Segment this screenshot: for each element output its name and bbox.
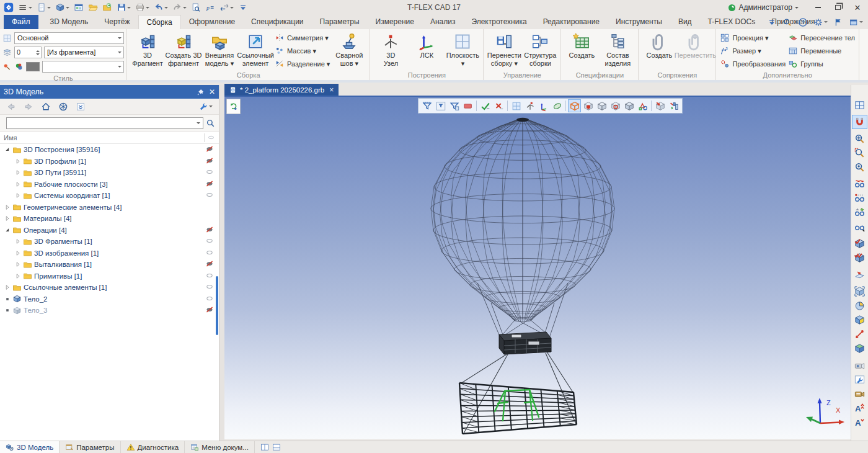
section-view-button[interactable] bbox=[852, 298, 867, 313]
restore-button[interactable] bbox=[828, 1, 847, 14]
measure-red-button[interactable] bbox=[852, 327, 867, 341]
tab-электротехника[interactable]: Электротехника bbox=[463, 15, 534, 29]
filter-button[interactable] bbox=[420, 99, 433, 112]
sel-edges-button[interactable] bbox=[568, 99, 581, 112]
close-button[interactable]: ✕ bbox=[848, 1, 867, 14]
tree-item-материалы-4-[interactable]: Материалы [4] bbox=[0, 213, 219, 225]
sel-node-button[interactable] bbox=[523, 99, 536, 112]
move-plane-button[interactable] bbox=[852, 267, 867, 282]
bottom-tab-3d-модель[interactable]: 3D Модель bbox=[0, 441, 60, 453]
flag-button[interactable] bbox=[832, 16, 844, 29]
document-tab[interactable]: * 2_platform 20250226.grb × bbox=[224, 84, 339, 96]
style-select[interactable]: Основной bbox=[14, 32, 124, 44]
search-button[interactable] bbox=[781, 16, 794, 29]
home-button[interactable] bbox=[40, 100, 52, 114]
ribbon-button-состав-изделия[interactable]: Составизделия bbox=[600, 31, 636, 68]
eye-visible-icon[interactable] bbox=[205, 248, 214, 257]
expander-open-icon[interactable] bbox=[4, 226, 11, 234]
material-select[interactable] bbox=[42, 61, 124, 73]
zoom-all-button[interactable] bbox=[852, 160, 867, 174]
glasses-mark-button[interactable] bbox=[852, 205, 867, 220]
ribbon-button-плоскость-[interactable]: Плоскость▾ bbox=[445, 31, 480, 68]
minimize-button[interactable] bbox=[808, 1, 827, 14]
forward-button[interactable] bbox=[22, 100, 35, 114]
help-button[interactable]: ? bbox=[797, 16, 809, 29]
scene-options-button[interactable] bbox=[226, 99, 241, 114]
expander-closed-icon[interactable] bbox=[14, 158, 22, 165]
ribbon-button-создать[interactable]: Создать bbox=[564, 31, 600, 68]
back-button[interactable] bbox=[5, 100, 17, 114]
tab-вид[interactable]: Вид bbox=[670, 15, 700, 29]
tab-чертёж[interactable]: Чертёж bbox=[96, 15, 138, 29]
level-stepper[interactable]: 0 bbox=[14, 47, 42, 58]
bottom-tab-диагностика[interactable]: Диагностика bbox=[121, 441, 185, 453]
ribbon-button-пересечение-тел[interactable]: Пересечение тел bbox=[788, 32, 855, 43]
close-panel-icon[interactable]: ✕ bbox=[209, 87, 215, 96]
user-menu[interactable]: Администратор bbox=[728, 3, 799, 12]
scrollbar-thumb[interactable] bbox=[216, 276, 218, 335]
eye-hidden-icon[interactable] bbox=[205, 259, 214, 268]
expander-closed-icon[interactable] bbox=[4, 215, 11, 222]
sel-faces-button[interactable] bbox=[582, 99, 595, 112]
ribbon-button-преобразования[interactable]: Преобразования bbox=[720, 58, 786, 70]
eye-visible-icon[interactable] bbox=[205, 191, 214, 199]
font-increase-button[interactable]: A bbox=[852, 401, 867, 415]
sel-fragment-button[interactable] bbox=[653, 99, 666, 112]
eye-visible-icon[interactable] bbox=[205, 294, 214, 303]
deselect-all-button[interactable] bbox=[492, 99, 505, 112]
expander-closed-icon[interactable] bbox=[14, 192, 22, 199]
tree-item-примитивы-1-[interactable]: Примитивы [1] bbox=[0, 271, 219, 282]
eye-visible-icon[interactable] bbox=[205, 168, 214, 176]
check-bodies-button[interactable] bbox=[852, 251, 867, 265]
tree-item-3d-фрагменты-1-[interactable]: 3D Фрагменты [1] bbox=[0, 236, 219, 248]
pin-icon[interactable] bbox=[197, 88, 205, 96]
expander-closed-icon[interactable] bbox=[14, 238, 22, 245]
tab-редактирование[interactable]: Редактирование bbox=[535, 15, 608, 29]
tab-измерение[interactable]: Измерение bbox=[368, 15, 422, 29]
minimize-ribbon-button[interactable] bbox=[766, 16, 778, 29]
render-settings-button[interactable] bbox=[852, 372, 867, 387]
tree-item-ссылочные-элементы-1-[interactable]: Ссылочные элементы [1] bbox=[0, 282, 219, 294]
tree-item-выталкивания-1-[interactable]: Выталкивания [1] bbox=[0, 259, 219, 271]
tree-item-рабочие-плоскости-3-[interactable]: Рабочие плоскости [3] bbox=[0, 179, 219, 191]
tree-item-тело-3[interactable]: Тело_3 bbox=[0, 305, 219, 316]
glasses-node-button[interactable] bbox=[852, 191, 867, 205]
source-select[interactable]: [Из фрагмента] bbox=[44, 47, 124, 58]
search-input[interactable] bbox=[6, 117, 203, 129]
tree-item-тело-2[interactable]: Тело_2 bbox=[0, 294, 219, 305]
tree-item-3d-пути-35911-[interactable]: 3D Пути [35911] bbox=[0, 167, 219, 179]
font-decrease-button[interactable]: A bbox=[852, 415, 867, 429]
expander-closed-icon[interactable] bbox=[14, 249, 22, 257]
sel-solids-button[interactable] bbox=[622, 99, 636, 112]
select-all-button[interactable] bbox=[479, 99, 492, 112]
tree-item-геометрические-элементы-4-[interactable]: Геометрические элементы [4] bbox=[0, 202, 219, 213]
expander-closed-icon[interactable] bbox=[14, 272, 22, 280]
bottom-tab-параметры[interactable]: Параметры bbox=[60, 441, 120, 453]
color-swatch[interactable] bbox=[26, 62, 40, 71]
close-document-icon[interactable]: × bbox=[329, 86, 334, 94]
eye-visible-icon[interactable] bbox=[205, 271, 214, 280]
camera-button[interactable] bbox=[852, 387, 867, 401]
ribbon-button-перенести-сборку-[interactable]: Перенестисборку ▾ bbox=[486, 31, 522, 68]
expander-open-icon[interactable] bbox=[4, 146, 11, 153]
divide-view-button[interactable] bbox=[852, 98, 867, 112]
expander-closed-icon[interactable] bbox=[14, 261, 22, 268]
expander-closed-icon[interactable] bbox=[14, 169, 22, 176]
tree-column-header[interactable]: Имя bbox=[0, 132, 219, 144]
hide-red-button[interactable] bbox=[852, 177, 867, 191]
tab-сборка[interactable]: Сборка bbox=[138, 15, 181, 29]
tab-спецификации[interactable]: Спецификации bbox=[243, 15, 311, 29]
tab-параметры[interactable]: Параметры bbox=[312, 15, 368, 29]
panel-splitter[interactable] bbox=[220, 85, 224, 441]
sel-bodies-button[interactable] bbox=[595, 99, 608, 112]
layout-bottom-button[interactable] bbox=[272, 442, 281, 452]
magnet-button[interactable] bbox=[852, 115, 867, 129]
filter-rect-button[interactable] bbox=[461, 99, 474, 112]
search-icon[interactable] bbox=[206, 119, 215, 128]
sel-structure-button[interactable] bbox=[667, 99, 680, 112]
sel-lcs-button[interactable] bbox=[537, 99, 550, 112]
eye-hidden-icon[interactable] bbox=[205, 156, 214, 165]
expander-closed-icon[interactable] bbox=[14, 181, 22, 188]
ribbon-button-переменные[interactable]: Переменные bbox=[788, 45, 855, 56]
tab-файл[interactable]: Файл bbox=[4, 15, 38, 29]
